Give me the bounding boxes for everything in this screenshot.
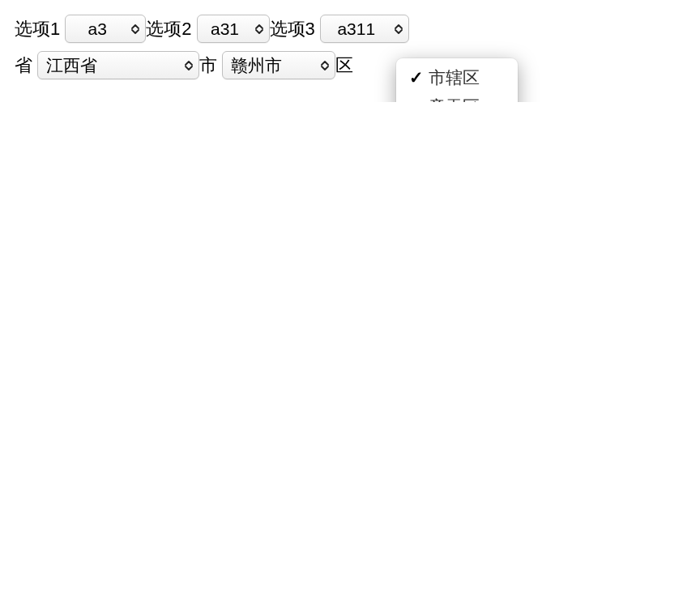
province-select-wrap: 江西省 [37, 51, 199, 79]
district-dropdown[interactable]: ✓市辖区章贡区南康区赣县信丰县大余县上犹县崇义县安远县龙南县定南县全南县宁都县于… [396, 58, 518, 102]
row-region: 省 江西省 市 赣州市 区 [15, 51, 685, 79]
district-option-label: 章贡区 [429, 94, 480, 103]
form-container: 选项1 a3 选项2 a31 选项3 a311 省 [15, 15, 685, 79]
option2-select-wrap: a31 [197, 15, 270, 43]
district-option[interactable]: ✓市辖区 [396, 63, 518, 92]
option3-select-wrap: a311 [320, 15, 409, 43]
province-label: 省 [15, 53, 32, 78]
city-label: 市 [199, 53, 217, 78]
option3-label: 选项3 [270, 17, 315, 41]
option3-select[interactable]: a311 [320, 15, 409, 43]
checkmark-icon: ✓ [408, 65, 425, 91]
province-select[interactable]: 江西省 [37, 51, 199, 79]
option2-select[interactable]: a31 [197, 15, 270, 43]
city-select[interactable]: 赣州市 [222, 51, 335, 79]
row-options: 选项1 a3 选项2 a31 选项3 a311 [15, 15, 685, 43]
option1-select[interactable]: a3 [65, 15, 146, 43]
district-label: 区 [335, 53, 353, 78]
option2-label: 选项2 [146, 17, 191, 41]
option1-select-wrap: a3 [65, 15, 146, 43]
district-option-label: 市辖区 [429, 65, 480, 91]
district-option[interactable]: 章贡区 [396, 92, 518, 103]
option1-label: 选项1 [15, 17, 60, 41]
city-select-wrap: 赣州市 [222, 51, 335, 79]
